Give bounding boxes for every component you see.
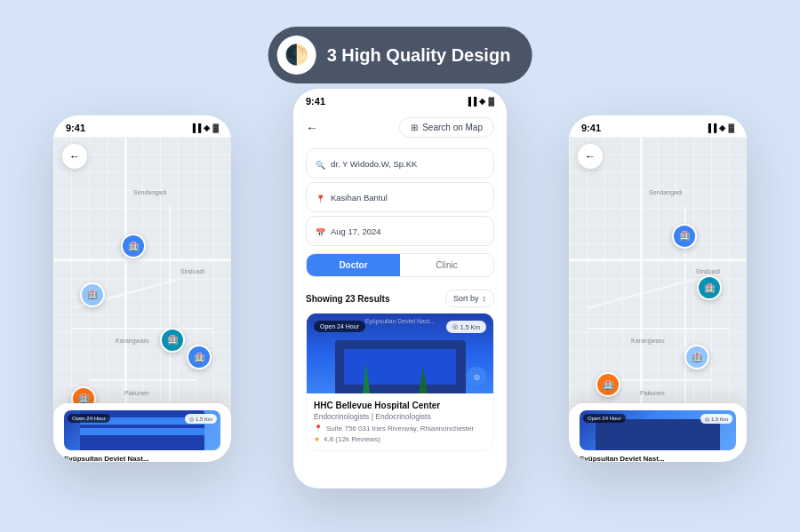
map-pin-1[interactable]: 🏥 (121, 234, 146, 258)
left-phone: 9:41 ▐▐ ◈ ▓ Sendangadi Sinduadi Karangwa… (53, 115, 231, 462)
map-pin-r4[interactable]: 🏥 (596, 372, 620, 397)
sort-icon: ↕ (483, 294, 487, 303)
open-badge-center: Open 24 Hour (314, 321, 365, 332)
peek-image-left: Open 24 Hour ◎ 1.5 Km (64, 410, 220, 450)
card-image: Eyüpsultan Devlet Nast... Open 24 Hour ◎… (307, 314, 493, 393)
search-text: dr. Y Widodo.W, Sp.KK (331, 159, 417, 169)
search-map-button[interactable]: ⊞ Search on Map (399, 117, 494, 138)
back-button-center[interactable]: ← (306, 121, 318, 135)
peek-image-right: Open 24 Hour ◎ 1.5 Km (580, 410, 736, 450)
open-badge-right: Open 24 Hour (583, 414, 626, 423)
results-bar: Showing 23 Results Sort by ↕ (293, 284, 507, 313)
map-pin-3[interactable]: 🏥 (160, 328, 185, 353)
star-icon: ★ (314, 435, 320, 443)
results-count: Showing 23 Results (306, 294, 389, 304)
nav-bar-center: ← ⊞ Search on Map (293, 110, 507, 145)
back-button-left[interactable]: ← (62, 144, 87, 169)
map-label-sinduadi-r: Sinduadi (696, 268, 720, 274)
hospital-rating: ★ 4.8 (12k Reviews) (314, 435, 486, 443)
tab-doctor[interactable]: Doctor (307, 254, 400, 276)
bottom-card-right: Open 24 Hour ◎ 1.5 Km Eyüpsultan Devlet … (569, 403, 747, 462)
map-icon: ⊞ (411, 123, 418, 132)
badge-icon: 🌓 (277, 36, 316, 75)
card-body: HHC Bellevue Hospital Center Endocrinolo… (307, 393, 493, 450)
map-pin-4[interactable]: 🏥 (187, 345, 212, 369)
tabs-row: Doctor Clinic (306, 253, 494, 277)
time-right: 9:41 (581, 123, 601, 133)
location-text: Kasihan Bantul (331, 193, 388, 202)
map-label-karangwaru: Karangwaru (116, 337, 149, 344)
search-map-label: Search on Map (422, 123, 483, 132)
peek-name-right: Eyüpsultan Devlet Nast... (580, 455, 736, 462)
calendar-icon (316, 223, 325, 239)
map-pin-r2[interactable]: 🏥 (697, 275, 722, 300)
hospital-name: HHC Bellevue Hospital Center (314, 401, 486, 410)
back-button-right[interactable]: ← (578, 144, 603, 169)
map-label-sendangadi-r: Sendangadi (649, 189, 682, 195)
map-right: Sendangadi Sinduadi Karangwaru Pakunen Y… (569, 137, 747, 462)
location-pin-icon: ◎ (452, 323, 458, 330)
map-pin-2[interactable]: 🏥 (80, 282, 105, 307)
search-field[interactable]: dr. Y Widodo.W, Sp.KK (306, 148, 494, 179)
map-pin-r3[interactable]: 🏥 (684, 345, 709, 369)
map-left: Sendangadi Sinduadi Karangwaru Pakunen Y… (53, 137, 231, 462)
map-label-pakunen-r: Pakunen (640, 390, 665, 396)
status-bar-right: 9:41 ▐▐ ◈ ▓ (569, 115, 747, 137)
badge-text: 3 High Quality Design (327, 45, 511, 66)
time-left: 9:41 (66, 123, 85, 133)
location-icon (316, 189, 325, 205)
distance-badge-right: ◎ 1.5 Km (700, 414, 732, 424)
gps-icon: ◎ (474, 373, 480, 381)
open-badge-left: Open 24 Hour (68, 414, 110, 423)
status-icons-left: ▐▐ ◈ ▓ (190, 123, 219, 132)
map-label-pakunen: Pakunen (124, 390, 149, 396)
time-center: 9:41 (306, 96, 325, 107)
map-label-sendangadi: Sendangadi (133, 189, 166, 195)
hospital-address: 📍 Suite 756 031 Ines Riverway, Rhiannonc… (314, 425, 486, 433)
map-label-sinduadi: Sinduadi (180, 268, 204, 274)
sort-label: Sort by (453, 294, 479, 303)
sort-button[interactable]: Sort by ↕ (445, 290, 494, 307)
date-text: Aug 17, 2024 (331, 226, 381, 236)
address-pin-icon: 📍 (314, 425, 323, 433)
status-icons-right: ▐▐ ◈ ▓ (706, 123, 734, 132)
location-field[interactable]: Kasihan Bantul (306, 182, 494, 212)
header-badge: 🌓 3 High Quality Design (268, 27, 532, 83)
tab-clinic[interactable]: Clinic (400, 254, 493, 276)
right-phone: 9:41 ▐▐ ◈ ▓ Sendangadi Sinduadi Karangwa… (569, 115, 747, 462)
center-phone: 9:41 ▐▐ ◈ ▓ ← ⊞ Search on Map dr. Y Wido… (293, 89, 507, 488)
distance-badge-left: ◎ 1.5 Km (185, 414, 217, 424)
status-bar-left: 9:41 ▐▐ ◈ ▓ (53, 115, 231, 137)
map-label-karangwaru-r: Karangwaru (631, 337, 665, 344)
location-center-button[interactable]: ◎ (467, 367, 486, 386)
hospital-card[interactable]: Eyüpsultan Devlet Nast... Open 24 Hour ◎… (306, 313, 494, 451)
distance-badge-center: ◎ 1.5 Km (446, 321, 486, 333)
date-field[interactable]: Aug 17, 2024 (306, 216, 494, 246)
search-icon (316, 155, 325, 171)
map-pin-r1[interactable]: 🏥 (672, 224, 697, 249)
peek-name-left: Eyüpsultan Devlet Nast... (64, 455, 220, 462)
hospital-specialty: Endocrinologists | Endocrinologists (314, 412, 486, 421)
status-bar-center: 9:41 ▐▐ ◈ ▓ (293, 89, 507, 110)
bottom-card-left: Open 24 Hour ◎ 1.5 Km Eyüpsultan Devlet … (53, 403, 231, 462)
status-icons-center: ▐▐ ◈ ▓ (466, 97, 494, 106)
